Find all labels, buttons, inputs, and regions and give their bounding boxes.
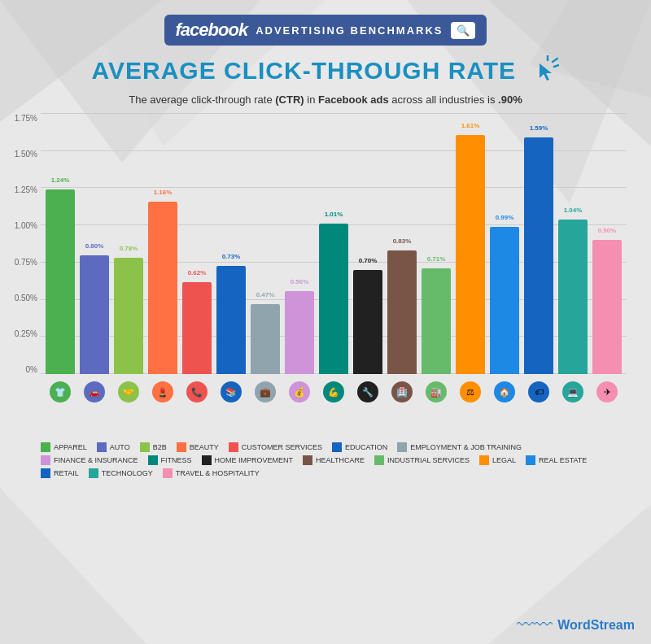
icon-cell: 🤝 [112, 381, 145, 402]
bar-group: 1.16% [146, 114, 179, 374]
category-icon: 📞 [186, 381, 208, 402]
bar-value-label: 0.71% [427, 255, 446, 263]
bar-value-label: 1.59% [530, 124, 548, 132]
legend-label: APPAREL [54, 443, 87, 451]
legend-label: HOME IMPROVEMENT [215, 456, 294, 464]
header: facebook ADVERTISING BENCHMARKS 🔍 AVERAG… [0, 0, 651, 106]
legend-label: TECHNOLOGY [102, 469, 153, 477]
y-label-150: 1.50% [7, 150, 37, 159]
y-label-125: 1.25% [7, 185, 37, 194]
facebook-logo: facebook [176, 20, 248, 41]
legend-label: B2B [153, 443, 167, 451]
bar-value-label: 0.78% [120, 245, 138, 252]
icon-cell: 🏭 [420, 381, 452, 402]
legend-item: APPAREL [41, 442, 87, 452]
y-label-100: 1.00% [7, 221, 37, 230]
legend-color-box [202, 455, 212, 465]
bar-fitness: 1.01% [319, 224, 348, 374]
legend-color-box [332, 442, 342, 452]
category-icon: 👕 [50, 381, 71, 402]
bar-group: 0.73% [215, 114, 247, 374]
category-icon: ✈ [596, 381, 618, 402]
legend-label: REAL ESTATE [539, 456, 587, 464]
bar-group: 0.83% [386, 114, 418, 374]
category-icon: 💄 [152, 381, 173, 402]
page-title: AVERAGE CLICK-THROUGH RATE [0, 55, 651, 90]
bar-value-label: 0.99% [496, 214, 514, 221]
legend-item: RETAIL [41, 468, 79, 478]
bar-group: 0.71% [420, 114, 452, 374]
legend-color-box [303, 455, 312, 465]
legend-item: AUTO [97, 442, 130, 452]
bar-group: 0.90% [591, 114, 623, 374]
legend-color-box [41, 442, 50, 452]
legend-item: HOME IMPROVEMENT [202, 455, 294, 465]
legend-item: HEALTHCARE [303, 455, 365, 465]
bar-group: 1.61% [454, 114, 487, 374]
bar-value-label: 0.73% [222, 253, 241, 260]
bar-healthcare: 0.83% [387, 250, 417, 374]
icon-cell: 🏷 [522, 381, 555, 402]
bar-group: 1.01% [317, 114, 350, 374]
category-icon: 📚 [221, 381, 242, 402]
bar-group: 0.56% [283, 114, 316, 374]
bar-group: 1.24% [44, 114, 76, 374]
legend-color-box [479, 455, 489, 465]
legend-color-box [163, 468, 173, 478]
bar-retail: 1.59% [524, 137, 553, 374]
icon-cell: 🏥 [386, 381, 418, 402]
icon-cell: ⚖ [454, 381, 487, 402]
bar-travel-&-hospitality: 0.90% [592, 240, 622, 374]
icon-cell: 🔧 [352, 381, 384, 402]
category-icon: 🚗 [84, 381, 105, 402]
category-icon: 🏥 [391, 381, 413, 402]
bar-group: 1.04% [557, 114, 589, 374]
bar-group: 0.62% [181, 114, 213, 374]
icon-cell: 💻 [557, 381, 589, 402]
bar-technology: 1.04% [558, 220, 588, 374]
legend-label: TRAVEL & HOSPITALITY [176, 469, 260, 477]
category-icon: 🏷 [528, 381, 549, 402]
legend-label: RETAIL [54, 469, 79, 477]
bar-legal: 1.61% [456, 135, 485, 374]
bar-value-label: 1.24% [51, 176, 70, 184]
bar-b2b: 0.78% [114, 258, 143, 374]
legend: APPARELAUTOB2BBEAUTYCUSTOMER SERVICESEDU… [41, 442, 627, 478]
bar-value-label: 0.62% [188, 269, 207, 276]
legend-item: CUSTOMER SERVICES [229, 442, 322, 452]
legend-color-box [177, 442, 186, 452]
bar-employment-&-job-training: 0.47% [251, 304, 280, 374]
bar-real-estate: 0.99% [490, 227, 519, 374]
bar-value-label: 0.70% [359, 257, 378, 264]
legend-label: EDUCATION [345, 443, 387, 451]
svg-line-8 [553, 59, 557, 62]
svg-marker-11 [540, 63, 552, 80]
wordstream-waves: 〰〰 [517, 615, 553, 636]
y-axis: 1.75% 1.50% 1.25% 1.00% 0.75% 0.50% 0.25… [7, 114, 37, 374]
bar-finance-&-insurance: 0.56% [285, 291, 314, 374]
legend-item: TECHNOLOGY [89, 468, 153, 478]
bar-auto: 0.80% [80, 255, 109, 374]
legend-item: TRAVEL & HOSPITALITY [163, 468, 260, 478]
bar-value-label: 1.16% [154, 189, 173, 196]
icon-cell: 🏠 [488, 381, 521, 402]
legend-color-box [140, 442, 150, 452]
bar-group: 0.70% [352, 114, 384, 374]
legend-item: REAL ESTATE [526, 455, 587, 465]
search-icon[interactable]: 🔍 [451, 22, 475, 39]
legend-color-box [526, 455, 535, 465]
icon-cell: ✈ [591, 381, 623, 402]
footer: 〰〰 WordStream [517, 615, 635, 636]
y-label-075: 0.75% [7, 258, 37, 267]
icon-cell: 💼 [249, 381, 282, 402]
svg-line-9 [554, 65, 559, 67]
legend-label: HEALTHCARE [316, 456, 365, 464]
category-icon: 🔧 [357, 381, 378, 402]
legend-label: FITNESS [161, 456, 192, 464]
bar-value-label: 0.47% [256, 291, 275, 298]
icon-cell: 👕 [44, 381, 76, 402]
bar-value-label: 0.90% [598, 227, 617, 234]
legend-label: BEAUTY [190, 443, 219, 451]
legend-color-box [229, 442, 238, 452]
category-icon: 💼 [255, 381, 276, 402]
